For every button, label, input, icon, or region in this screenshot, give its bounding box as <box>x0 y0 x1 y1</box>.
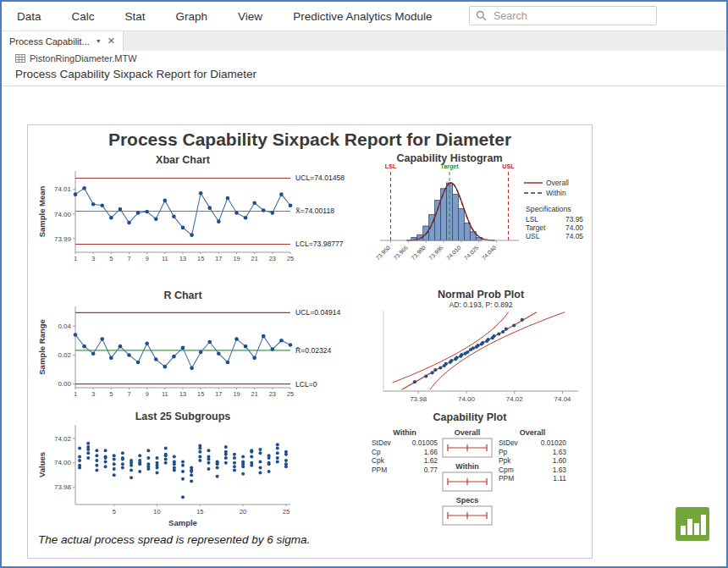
svg-text:Pp: Pp <box>499 448 508 456</box>
svg-text:Specifications: Specifications <box>526 205 571 213</box>
svg-text:Overall: Overall <box>520 428 546 437</box>
menu-item-view[interactable]: View <box>223 10 278 23</box>
svg-text:1.62: 1.62 <box>424 456 438 465</box>
search-input[interactable] <box>492 9 656 23</box>
menu-item-stat[interactable]: Stat <box>110 10 161 23</box>
search-box[interactable] <box>469 6 657 25</box>
svg-text:74.00: 74.00 <box>54 211 72 218</box>
svg-text:73.99: 73.99 <box>54 235 72 243</box>
svg-text:74.02: 74.02 <box>506 395 524 403</box>
svg-text:StDev: StDev <box>499 438 519 447</box>
close-icon[interactable]: ✕ <box>108 36 115 47</box>
svg-text:13: 13 <box>179 390 186 398</box>
svg-text:10: 10 <box>153 508 160 516</box>
svg-text:5: 5 <box>113 508 116 516</box>
svg-text:1.11: 1.11 <box>553 474 566 483</box>
svg-text:Sample: Sample <box>168 518 197 527</box>
menu-item-graph[interactable]: Graph <box>161 10 223 23</box>
r-chart: R ChartSample Range0.040.020.00135791113… <box>35 288 365 419</box>
svg-text:9: 9 <box>146 390 149 398</box>
svg-text:Xbar Chart: Xbar Chart <box>156 154 211 166</box>
svg-text:74.02: 74.02 <box>54 435 72 443</box>
svg-text:20: 20 <box>240 508 246 516</box>
svg-text:25: 25 <box>283 508 290 516</box>
chevron-down-icon[interactable]: ▼ <box>96 38 102 44</box>
menu-item-predictive-analytics[interactable]: Predictive Analytics Module <box>278 10 447 23</box>
svg-text:StDev: StDev <box>372 438 392 447</box>
last-25-subgroups-chart: Last 25 SubgroupsValues74.0274.0073.9851… <box>35 410 365 537</box>
capability-plot: Capability PlotOverallWithinSpecsWithinS… <box>365 410 587 541</box>
svg-text:0.01005: 0.01005 <box>412 438 438 447</box>
bar-chart-icon <box>676 507 709 541</box>
svg-text:19: 19 <box>233 390 240 398</box>
svg-text:13: 13 <box>179 255 186 262</box>
capability-histogram: Capability HistogramLSLTargetUSL73.95073… <box>365 151 587 290</box>
svg-text:Within: Within <box>455 462 478 471</box>
svg-text:1: 1 <box>74 390 77 398</box>
svg-text:74.00: 74.00 <box>565 223 583 232</box>
svg-text:AD: 0.193, P: 0.892: AD: 0.193, P: 0.892 <box>449 301 512 309</box>
svg-text:17: 17 <box>215 390 222 398</box>
svg-text:Cp: Cp <box>372 448 381 456</box>
svg-text:0.01020: 0.01020 <box>541 438 567 447</box>
svg-text:UCL=74.01458: UCL=74.01458 <box>295 174 345 182</box>
svg-text:R Chart: R Chart <box>163 290 202 301</box>
svg-text:Overall: Overall <box>455 428 481 437</box>
graph-indicator-button[interactable] <box>676 507 709 541</box>
xbar-chart: Xbar ChartSample Mean74.0174.0073.991357… <box>35 152 365 284</box>
svg-text:21: 21 <box>251 390 258 398</box>
svg-text:25: 25 <box>287 390 294 398</box>
svg-text:3: 3 <box>91 255 95 262</box>
menu-item-calc[interactable]: Calc <box>57 10 110 23</box>
svg-text:0.02: 0.02 <box>58 351 71 359</box>
svg-text:25: 25 <box>287 255 294 262</box>
svg-text:0.00: 0.00 <box>58 380 71 388</box>
svg-text:74.01: 74.01 <box>54 185 72 193</box>
menu-item-data[interactable]: Data <box>2 10 57 23</box>
svg-text:5: 5 <box>109 255 113 262</box>
svg-text:74.025: 74.025 <box>463 245 480 262</box>
svg-text:23: 23 <box>269 255 276 262</box>
svg-text:Cpk: Cpk <box>372 456 385 465</box>
svg-text:3: 3 <box>91 390 95 398</box>
svg-text:74.010: 74.010 <box>445 245 462 262</box>
svg-text:Within: Within <box>393 428 416 437</box>
svg-text:11: 11 <box>162 390 168 398</box>
svg-text:Within: Within <box>546 189 566 197</box>
svg-text:USL: USL <box>526 232 540 240</box>
svg-text:23: 23 <box>269 390 276 398</box>
svg-text:15: 15 <box>197 255 204 262</box>
svg-text:0.04: 0.04 <box>58 323 71 330</box>
svg-text:74.00: 74.00 <box>458 395 476 403</box>
svg-text:1.63: 1.63 <box>553 466 567 474</box>
worksheet-row: PistonRingDiameter.MTW <box>15 53 137 63</box>
page-title: Process Capability Sixpack Report for Di… <box>15 68 256 80</box>
search-icon <box>476 10 487 21</box>
normal-prob-plot: Normal Prob PlotAD: 0.193, P: 0.89273.98… <box>365 288 587 419</box>
minitab-window: Data Calc Stat Graph View Predictive Ana… <box>0 0 728 568</box>
svg-text:0.77: 0.77 <box>424 466 438 474</box>
svg-text:73.98: 73.98 <box>410 395 427 403</box>
svg-text:74.05: 74.05 <box>565 232 583 240</box>
svg-text:7: 7 <box>127 390 130 398</box>
svg-text:LCL=73.98777: LCL=73.98777 <box>295 240 344 248</box>
svg-text:LSL: LSL <box>385 163 397 170</box>
svg-text:15: 15 <box>197 390 204 398</box>
tab-process-capability[interactable]: Process Capabilit... ▼ ✕ <box>2 31 124 51</box>
svg-text:15: 15 <box>196 508 203 516</box>
svg-text:PPM: PPM <box>372 466 387 474</box>
svg-text:Values: Values <box>37 452 47 477</box>
svg-text:1.63: 1.63 <box>553 448 567 456</box>
svg-text:X̄=74.00118: X̄=74.00118 <box>295 207 334 215</box>
svg-text:11: 11 <box>162 255 168 262</box>
svg-text:73.95: 73.95 <box>565 215 583 223</box>
svg-text:74.00: 74.00 <box>54 459 72 466</box>
svg-text:Capability Plot: Capability Plot <box>433 411 508 423</box>
svg-text:LSL: LSL <box>526 215 538 223</box>
svg-text:1: 1 <box>74 255 77 262</box>
svg-text:Target: Target <box>440 163 459 170</box>
svg-text:Specs: Specs <box>456 496 479 505</box>
svg-text:USL: USL <box>502 163 515 170</box>
svg-text:19: 19 <box>233 255 240 262</box>
svg-text:7: 7 <box>127 255 130 262</box>
